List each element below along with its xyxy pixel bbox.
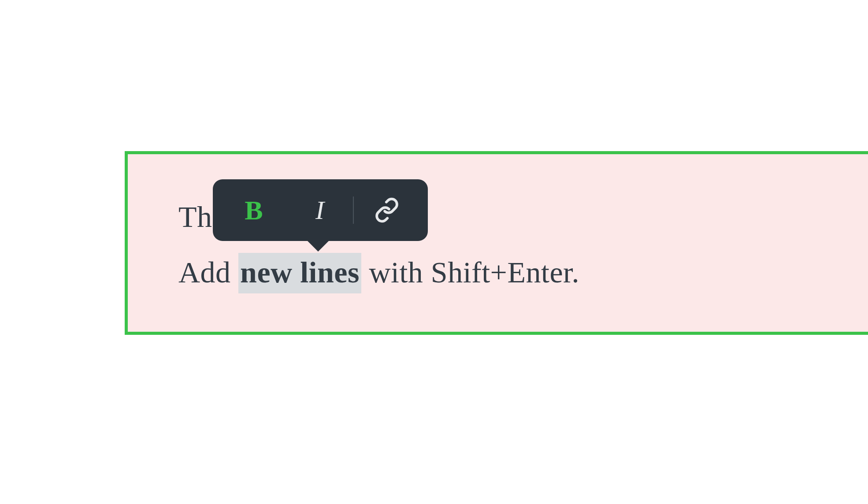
- text-fragment: with Shift+Enter.: [361, 256, 579, 289]
- italic-button[interactable]: I: [287, 179, 353, 241]
- text-block[interactable]: This is input text. Add new lines with S…: [125, 151, 868, 335]
- italic-icon: I: [315, 197, 324, 223]
- link-button[interactable]: [354, 179, 420, 241]
- bold-icon: B: [245, 196, 263, 224]
- selected-text[interactable]: new lines: [238, 253, 361, 293]
- link-icon: [374, 197, 400, 223]
- text-line-2[interactable]: Add new lines with Shift+Enter.: [178, 245, 868, 300]
- formatting-toolbar: B I: [213, 179, 428, 241]
- text-fragment: Add: [178, 256, 238, 289]
- text-fragment: Th: [178, 200, 212, 233]
- bold-button[interactable]: B: [221, 179, 287, 241]
